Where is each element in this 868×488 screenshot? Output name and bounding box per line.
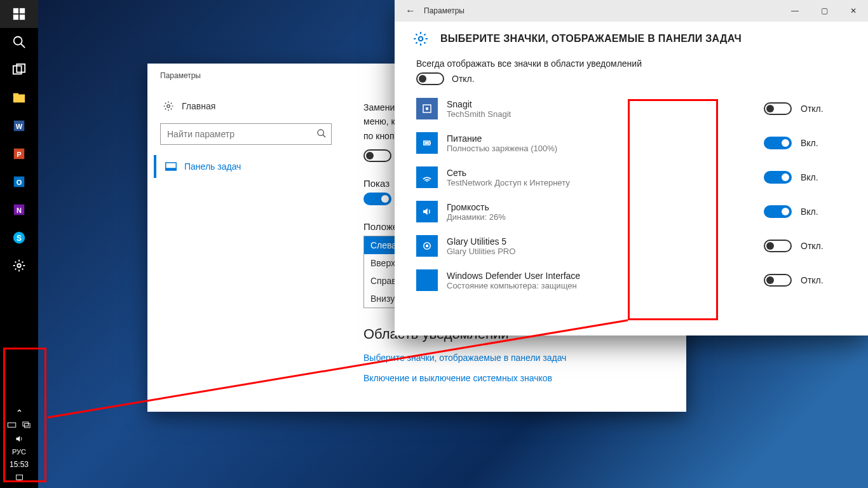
- svg-point-30: [419, 37, 423, 41]
- toggle-replace[interactable]: [363, 149, 391, 162]
- svg-rect-22: [23, 422, 29, 426]
- link-select-icons[interactable]: Выберите значки, отображаемые в панели з…: [363, 353, 667, 363]
- svg-rect-8: [13, 95, 25, 103]
- volume-icon: [416, 201, 438, 222]
- search-icon: [316, 128, 327, 139]
- svg-point-20: [17, 264, 21, 268]
- app-sub: Полностью заряжена (100%): [447, 144, 755, 153]
- taskbar-nav-icon: [165, 162, 177, 171]
- defender-icon: [416, 269, 438, 291]
- app-name: Громкость: [447, 202, 755, 212]
- app-name: Windows Defender User Interface: [447, 271, 755, 281]
- tray-overflow-icon[interactable]: [15, 406, 24, 416]
- svg-text:N: N: [17, 207, 22, 214]
- list-item: ГромкостьДинамики: 26% Вкл.: [416, 194, 846, 229]
- toggle-network[interactable]: [764, 171, 792, 184]
- list-item: Windows Defender User InterfaceСостояние…: [416, 263, 846, 297]
- taskbar: W P O N S РУС 15:53: [0, 0, 38, 488]
- search-input[interactable]: [160, 123, 332, 145]
- svg-text:W: W: [16, 123, 23, 130]
- nav-home-label: Главная: [182, 101, 215, 111]
- app-name: Glary Utilities 5: [447, 236, 755, 247]
- word-icon[interactable]: W: [0, 112, 38, 140]
- master-toggle-label: Всегда отображать все значки в области у…: [416, 58, 846, 69]
- app-sub: Состояние компьютера: защищен: [447, 281, 755, 290]
- outlook-icon[interactable]: O: [0, 168, 38, 196]
- svg-point-26: [318, 130, 323, 135]
- onenote-icon[interactable]: N: [0, 196, 38, 224]
- nav-taskbar[interactable]: Панель задач: [154, 155, 338, 178]
- list-item: ПитаниеПолностью заряжена (100%) Вкл.: [416, 126, 846, 160]
- action-center-icon[interactable]: [15, 473, 24, 483]
- skype-icon[interactable]: S: [0, 224, 38, 252]
- app-sub: TechSmith Snagit: [447, 109, 755, 119]
- start-button[interactable]: [0, 0, 38, 28]
- app-sub: TestNetwork Доступ к Интернету: [447, 178, 755, 187]
- nav-taskbar-label: Панель задач: [184, 161, 241, 172]
- toggle-glary[interactable]: [764, 240, 792, 252]
- app-name: Питание: [447, 133, 755, 144]
- search-box: [160, 123, 332, 145]
- svg-rect-29: [166, 168, 177, 170]
- explorer-icon[interactable]: [0, 84, 38, 112]
- svg-point-38: [426, 245, 429, 248]
- search-icon[interactable]: [0, 28, 38, 56]
- clock[interactable]: 15:53: [10, 460, 29, 469]
- language-indicator[interactable]: РУС: [12, 448, 26, 456]
- power-icon: [416, 132, 438, 154]
- svg-rect-2: [13, 15, 18, 20]
- network-icon: [416, 166, 438, 188]
- snagit-icon: [416, 98, 438, 119]
- toggle-show[interactable]: [363, 193, 391, 205]
- svg-rect-21: [8, 423, 16, 427]
- svg-rect-1: [20, 8, 25, 13]
- link-system-icons[interactable]: Включение и выключение системных значков: [363, 373, 667, 383]
- minimize-button[interactable]: —: [780, 0, 810, 22]
- window-title-text: Параметры: [420, 6, 780, 15]
- svg-rect-23: [24, 424, 30, 428]
- toggle-power[interactable]: [764, 137, 792, 149]
- svg-point-36: [426, 180, 428, 182]
- close-button[interactable]: ✕: [839, 0, 868, 22]
- maximize-button[interactable]: ▢: [810, 0, 839, 22]
- svg-rect-0: [13, 8, 18, 13]
- system-tray: РУС 15:53: [0, 401, 38, 488]
- svg-rect-35: [424, 142, 429, 144]
- gear-icon: [412, 30, 429, 47]
- app-name: Сеть: [447, 168, 755, 178]
- toggle-snagit[interactable]: [764, 102, 792, 115]
- svg-line-27: [323, 135, 325, 137]
- svg-rect-3: [20, 15, 25, 20]
- keyboard-icon[interactable]: [7, 420, 17, 430]
- svg-point-25: [167, 105, 170, 108]
- list-item: СетьTestNetwork Доступ к Интернету Вкл.: [416, 160, 846, 194]
- list-item: Glary Utilities 5Glary Utilities PRO Отк…: [416, 229, 846, 263]
- app-sub: Glary Utilities PRO: [447, 247, 755, 256]
- list-item: SnagitTechSmith Snagit Откл.: [416, 92, 846, 126]
- glary-icon: [416, 235, 438, 257]
- svg-rect-9: [13, 93, 18, 96]
- svg-line-5: [21, 44, 25, 48]
- nav-home[interactable]: Главная: [154, 94, 338, 118]
- svg-text:S: S: [17, 234, 22, 243]
- page-heading: ВЫБЕРИТЕ ЗНАЧКИ, ОТОБРАЖАЕМЫЕ В ПАНЕЛИ З…: [440, 33, 742, 44]
- app-sub: Динамики: 26%: [447, 212, 755, 222]
- app-name: Snagit: [447, 99, 755, 109]
- gear-icon: [163, 100, 174, 112]
- back-button[interactable]: ←: [401, 5, 420, 17]
- icon-list: SnagitTechSmith Snagit Откл. ПитаниеПолн…: [416, 92, 846, 297]
- svg-rect-24: [16, 475, 22, 480]
- master-toggle[interactable]: [416, 72, 444, 85]
- master-toggle-state: Откл.: [452, 74, 475, 84]
- svg-point-32: [426, 107, 429, 111]
- toggle-defender[interactable]: [764, 274, 792, 287]
- network-tray-icon[interactable]: [22, 420, 31, 430]
- volume-tray-icon[interactable]: [15, 434, 24, 444]
- svg-rect-34: [430, 142, 431, 144]
- svg-point-4: [14, 37, 22, 45]
- task-view-icon[interactable]: [0, 56, 38, 84]
- settings-icon[interactable]: [0, 252, 38, 280]
- svg-text:O: O: [17, 179, 22, 186]
- toggle-volume[interactable]: [764, 205, 792, 218]
- powerpoint-icon[interactable]: P: [0, 140, 38, 168]
